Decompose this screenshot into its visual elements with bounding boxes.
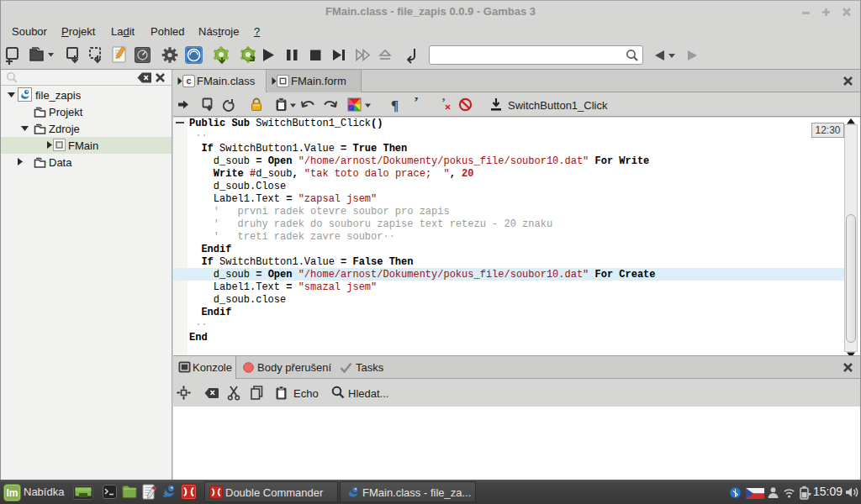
svg-text:’: ’ (414, 97, 419, 111)
svg-text:¶: ¶ (391, 97, 399, 113)
svg-text:lm: lm (6, 487, 18, 499)
svg-text:’: ’ (441, 97, 446, 109)
svg-text:c: c (187, 76, 192, 86)
